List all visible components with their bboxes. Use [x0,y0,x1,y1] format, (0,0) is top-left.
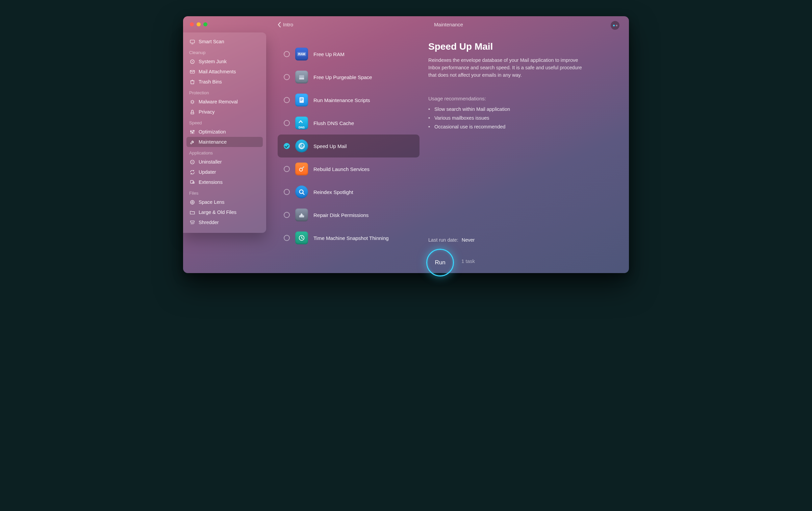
task-checkbox[interactable] [284,120,290,126]
app-window: Smart ScanCleanupSystem JunkMail Attachm… [183,16,629,273]
purge-icon [295,71,308,83]
task-row-repair-disk-permissions[interactable]: Repair Disk Permissions [278,203,420,226]
last-run-value: Never [462,237,475,243]
task-checkbox[interactable] [284,189,290,195]
task-row-reindex-spotlight[interactable]: Reindex Spotlight [278,180,420,203]
detail-title: Speed Up Mail [428,41,619,52]
task-checkbox[interactable] [284,166,290,172]
ram-icon: RAM [295,48,308,60]
disk-icon [295,209,308,221]
task-checkbox[interactable] [284,212,290,218]
mail-icon [295,140,308,152]
svg-rect-15 [300,97,304,103]
task-row-free-up-ram[interactable]: RAMFree Up RAM [278,43,420,66]
minimize-window-button[interactable] [197,22,201,26]
task-count: 1 task [461,258,475,264]
usage-item: Occasional use is recommended [428,122,619,131]
svg-rect-13 [299,78,304,80]
close-window-button[interactable] [190,22,194,26]
task-row-speed-up-mail[interactable]: Speed Up Mail [278,135,420,157]
svg-rect-18 [300,100,302,101]
svg-rect-16 [300,98,303,99]
detail-description: Reindexes the envelope database of your … [428,57,590,79]
tm-icon [295,232,308,244]
usage-item: Slow search within Mail application [428,105,619,114]
last-run: Last run date: Never [428,224,619,249]
usage-item: Various mailboxes issues [428,114,619,122]
task-row-rebuild-launch-services[interactable]: Rebuild Launch Services [278,157,420,180]
launch-icon [295,163,308,175]
detail-panel: Speed Up Mail Reindexes the envelope dat… [420,41,619,266]
task-label: Reindex Spotlight [313,189,353,195]
task-checkbox[interactable] [284,143,290,149]
svg-rect-17 [300,99,303,100]
task-list: RAMFree Up RAMFree Up Purgeable SpaceRun… [278,43,420,266]
run-row: Run 1 task [428,249,619,266]
svg-rect-14 [299,75,304,78]
task-label: Run Maintenance Scripts [313,97,370,103]
spot-icon [295,186,308,198]
task-checkbox[interactable] [284,97,290,103]
last-run-label: Last run date: [428,237,458,243]
window-controls [190,22,207,26]
run-button[interactable]: Run [426,249,454,276]
task-label: Free Up RAM [313,51,345,57]
task-row-free-up-purgeable-space[interactable]: Free Up Purgeable Space [278,66,420,89]
fullscreen-window-button[interactable] [203,22,207,26]
task-label: Speed Up Mail [313,143,347,149]
usage-list: Slow search within Mail applicationVario… [428,105,619,131]
task-row-run-maintenance-scripts[interactable]: Run Maintenance Scripts [278,89,420,112]
task-checkbox[interactable] [284,51,290,57]
dns-icon: DNS [295,117,308,129]
task-row-flush-dns-cache[interactable]: DNSFlush DNS Cache [278,112,420,135]
task-label: Rebuild Launch Services [313,166,370,172]
task-label: Flush DNS Cache [313,120,354,126]
svg-point-20 [301,145,302,147]
scripts-icon [295,94,308,106]
task-label: Free Up Purgeable Space [313,74,372,80]
usage-heading: Usage recommendations: [428,96,619,101]
task-label: Time Machine Snapshot Thinning [313,235,389,241]
task-row-time-machine-snapshot-thinning[interactable]: Time Machine Snapshot Thinning [278,226,420,249]
task-label: Repair Disk Permissions [313,212,369,218]
main-content: RAMFree Up RAMFree Up Purgeable SpaceRun… [183,16,629,273]
task-checkbox[interactable] [284,235,290,241]
task-checkbox[interactable] [284,74,290,80]
